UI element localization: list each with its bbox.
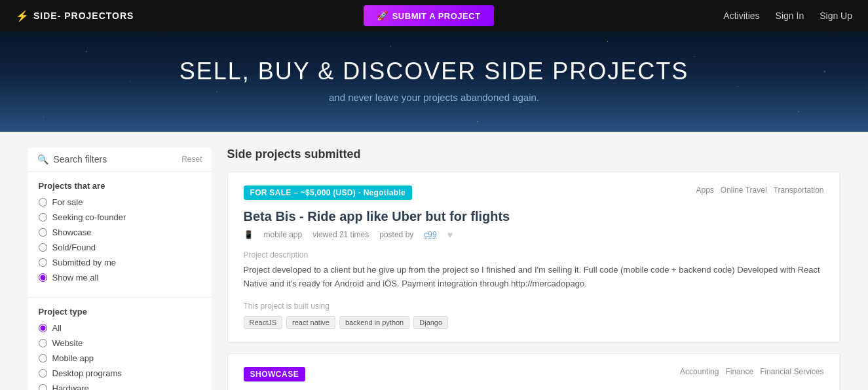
project-desc-text: Project developed to a client but he giv…	[244, 263, 824, 291]
radio-show-all-label: Show me all	[52, 273, 99, 283]
radio-showcase-label: Showcase	[52, 227, 92, 237]
radio-sold-label: Sold/Found	[52, 243, 96, 252]
signup-link[interactable]: Sign Up	[820, 10, 852, 21]
sidebar: 🔍 Search filters Reset Projects that are…	[28, 147, 212, 390]
radio-show-all-input[interactable]	[39, 273, 47, 282]
category-accounting[interactable]: Accounting	[680, 367, 719, 376]
tags-container: ReactJS react native backend in python D…	[244, 316, 824, 329]
submit-label: SUBMIT A PROJECT	[392, 11, 481, 21]
hero-headline: SELL, BUY & DISCOVER SIDE PROJECTS	[13, 58, 855, 85]
card-header-2: SHOWCASE Accounting Finance Financial Se…	[244, 367, 824, 381]
card-header-1: FOR SALE – ~$5,000 (USD) - Negotiable Ap…	[244, 185, 824, 200]
radio-seeking-label: Seeking co-founder	[52, 212, 126, 222]
mobile-icon: 📱	[244, 230, 254, 239]
reset-button[interactable]: Reset	[181, 155, 202, 164]
hero-section: SELL, BUY & DISCOVER SIDE PROJECTS and n…	[0, 31, 868, 132]
card-categories-2: Accounting Finance Financial Services	[680, 367, 823, 376]
brand-logo[interactable]: ⚡ SIDE- PROJECTORS	[16, 10, 134, 22]
radio-showcase-input[interactable]	[39, 228, 47, 237]
signin-link[interactable]: Sign In	[776, 10, 804, 21]
radio-for-sale[interactable]: For sale	[39, 197, 201, 207]
bolt-icon: ⚡	[16, 10, 29, 22]
radio-hardware-input[interactable]	[39, 384, 47, 390]
radio-for-sale-input[interactable]	[39, 198, 47, 206]
hero-subheadline: and never leave your projects abandoned …	[13, 92, 855, 103]
card-categories-1: Apps Online Travel Transportation	[696, 185, 824, 195]
posted-by-user[interactable]: c99	[424, 230, 436, 239]
navbar-right: Activities Sign In Sign Up	[723, 10, 852, 21]
radio-hardware-label: Hardware	[52, 383, 89, 390]
card-meta-1: 📱 mobile app viewed 21 times posted by c…	[244, 229, 824, 240]
brand-name: SIDE- PROJECTORS	[33, 10, 134, 21]
radio-website-input[interactable]	[39, 339, 47, 347]
tag-django[interactable]: Django	[413, 316, 448, 329]
radio-showcase[interactable]: Showcase	[39, 227, 201, 237]
radio-sold-input[interactable]	[39, 243, 47, 252]
project-type-label: mobile app	[264, 230, 303, 239]
tag-python[interactable]: backend in python	[339, 316, 409, 329]
project-type-section: Project type All Website Mobile app Desk…	[28, 298, 212, 390]
project-title-1[interactable]: Beta Bis - Ride app like Uber but for fl…	[244, 209, 824, 224]
tag-reactjs[interactable]: ReactJS	[244, 316, 283, 329]
radio-all-label: All	[52, 323, 62, 333]
radio-submitted-input[interactable]	[39, 258, 47, 267]
search-icon: 🔍	[37, 154, 48, 165]
radio-mobile-input[interactable]	[39, 354, 47, 362]
navbar-center: 🚀 SUBMIT A PROJECT	[134, 5, 723, 26]
radio-seeking-co-founder[interactable]: Seeking co-founder	[39, 212, 201, 222]
radio-desktop[interactable]: Desktop programs	[39, 368, 201, 378]
submit-project-button[interactable]: 🚀 SUBMIT A PROJECT	[364, 5, 493, 26]
main-layout: 🔍 Search filters Reset Projects that are…	[15, 132, 854, 390]
radio-submitted-by-me[interactable]: Submitted by me	[39, 258, 201, 267]
radio-desktop-input[interactable]	[39, 369, 47, 378]
radio-all-input[interactable]	[39, 324, 47, 332]
search-filters-label: Search filters	[54, 154, 177, 165]
radio-mobile-app[interactable]: Mobile app	[39, 353, 201, 363]
tag-react-native[interactable]: react native	[286, 316, 335, 329]
radio-desktop-label: Desktop programs	[52, 368, 122, 378]
project-card-1: FOR SALE – ~$5,000 (USD) - Negotiable Ap…	[227, 172, 840, 343]
radio-submitted-label: Submitted by me	[52, 258, 117, 267]
activities-link[interactable]: Activities	[723, 10, 759, 21]
posted-by-label: posted by	[379, 230, 413, 239]
showcase-badge: SHOWCASE	[244, 367, 306, 381]
search-filter-box[interactable]: 🔍 Search filters Reset	[28, 147, 212, 172]
radio-sold-found[interactable]: Sold/Found	[39, 243, 201, 252]
radio-hardware[interactable]: Hardware	[39, 383, 201, 390]
rocket-icon: 🚀	[377, 10, 388, 21]
built-using-label: This project is built using	[244, 302, 824, 311]
navbar: ⚡ SIDE- PROJECTORS 🚀 SUBMIT A PROJECT Ac…	[0, 0, 868, 31]
section-title: Side projects submitted	[227, 147, 840, 161]
radio-for-sale-label: For sale	[52, 197, 83, 207]
projects-that-are-heading: Projects that are	[39, 181, 201, 191]
radio-all[interactable]: All	[39, 323, 201, 333]
radio-show-me-all[interactable]: Show me all	[39, 273, 201, 283]
category-financial[interactable]: Financial Services	[760, 367, 823, 376]
radio-website[interactable]: Website	[39, 338, 201, 348]
main-content: Side projects submitted FOR SALE – ~$5,0…	[227, 147, 840, 390]
radio-website-label: Website	[52, 338, 83, 348]
category-travel[interactable]: Online Travel	[721, 185, 767, 195]
radio-seeking-input[interactable]	[39, 213, 47, 222]
category-finance[interactable]: Finance	[725, 367, 753, 376]
project-card-2: SHOWCASE Accounting Finance Financial Se…	[227, 353, 840, 390]
heart-icon[interactable]: ♥	[447, 229, 453, 240]
project-desc-label: Project description	[244, 250, 824, 260]
sale-badge: FOR SALE – ~$5,000 (USD) - Negotiable	[244, 185, 413, 200]
radio-mobile-label: Mobile app	[52, 353, 94, 363]
project-type-heading: Project type	[39, 307, 201, 317]
category-transport[interactable]: Transportation	[774, 185, 824, 195]
projects-that-are-section: Projects that are For sale Seeking co-fo…	[28, 172, 212, 298]
category-apps[interactable]: Apps	[696, 185, 714, 195]
view-count: viewed 21 times	[312, 230, 369, 239]
